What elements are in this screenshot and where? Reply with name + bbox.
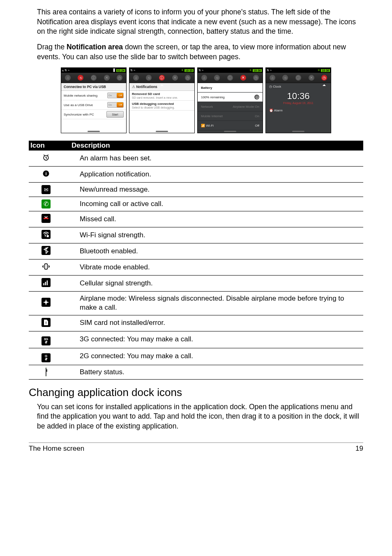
desc-msg: New/unread message.	[63, 183, 363, 197]
tab-toggles-icon[interactable]: ✕	[104, 75, 110, 81]
airplane-icon: ✈	[181, 69, 184, 72]
date-text: Friday, August 19, 2011	[266, 102, 331, 104]
sub-usb-debug: Select to disable USB debugging.	[132, 106, 192, 109]
row-battery: Battery	[198, 83, 263, 93]
alarm-row[interactable]: ⏰ Alarm	[266, 107, 331, 114]
clock-text: 10:36	[321, 69, 330, 72]
tab-music-icon[interactable]: ♫	[201, 75, 207, 81]
table-row: !SIM card not installed/error.	[29, 315, 363, 331]
label-mobile-sharing: Mobile network sharing	[64, 94, 97, 97]
3g-icon: 3G⇵	[42, 336, 51, 345]
drag-handle[interactable]	[88, 131, 100, 132]
clock-header: ◷ Clock	[266, 83, 331, 90]
clock-text: 02:24	[116, 69, 125, 72]
table-row: Wi-Fi signal strength.	[29, 227, 363, 243]
row-sync-pc[interactable]: Synchronize with PC Start	[61, 110, 126, 119]
bluetooth-icon	[42, 246, 51, 255]
row-battery-remaining[interactable]: 100% remaining ⏻	[198, 93, 263, 102]
section-body-dock: You can set icons for installed applicat…	[29, 402, 363, 431]
table-row: 3G⇵3G connected: You may make a call.	[29, 331, 363, 348]
power-icon[interactable]: ⏻	[254, 95, 259, 100]
table-row: iApplication notification.	[29, 167, 363, 183]
svg-rect-3	[47, 235, 49, 237]
alarm-icon	[42, 153, 51, 162]
table-row: An alarm has been set.	[29, 151, 363, 167]
toggle-usb-drive[interactable]: OnOff	[107, 102, 124, 108]
tab-usb-icon[interactable]: ⎋	[214, 75, 220, 81]
row-mobile-internet[interactable]: Mobile InternetOn	[198, 111, 263, 121]
tab-info-icon[interactable]: ⓘ	[159, 75, 165, 81]
svg-rect-8	[47, 280, 48, 285]
start-button[interactable]: Start	[106, 111, 124, 118]
table-row: G⇵2G connected: You may make a call.	[29, 348, 363, 365]
tab-usb-icon[interactable]: ⎋	[78, 75, 83, 81]
desc-2g: 2G connected: You may make a call.	[63, 348, 363, 365]
svg-rect-5	[45, 264, 48, 269]
usb-header: Connected to PC via USB	[61, 83, 126, 91]
usb-icon: ⎋	[62, 69, 64, 72]
intro-para-2: Drag the Notification area down the scre…	[29, 42, 363, 62]
tab-info-icon[interactable]: ⓘ	[227, 75, 233, 81]
sub-sd-removed: SD card removed. Insert a new one.	[132, 96, 192, 99]
drag-handle[interactable]	[292, 131, 304, 132]
icon-table: An alarm has been set. iApplication noti…	[29, 151, 363, 379]
desc-cell: Cellular signal strength.	[63, 276, 363, 292]
tab-clock-icon[interactable]: ◷	[253, 75, 259, 81]
desc-3g: 3G connected: You may make a call.	[63, 331, 363, 348]
toggle-mobile-sharing[interactable]: OnOff	[107, 93, 124, 98]
airplane-icon: ✈	[249, 69, 252, 72]
page-footer: The Home screen 19	[29, 442, 363, 453]
footer-right: 19	[355, 445, 363, 453]
cellular-icon	[42, 278, 51, 287]
table-row: Airplane mode: Wireless signals disconne…	[29, 292, 363, 315]
row-network[interactable]: NetworkAirplane Mode On	[198, 102, 263, 111]
intro-p2-a: Drag the	[37, 43, 67, 51]
clock-text: 10:35	[184, 69, 194, 72]
svg-rect-6	[43, 283, 44, 285]
row-wifi[interactable]: 📶 Wi-FiOff	[198, 121, 263, 130]
row-mobile-sharing[interactable]: Mobile network sharing OnOff	[61, 91, 126, 100]
battery-icon	[46, 368, 46, 376]
tab-music-icon[interactable]: ♫	[133, 75, 139, 81]
row-usb-drive[interactable]: Use as a USB Drive OnOff	[61, 100, 126, 110]
tab-clock-icon[interactable]: ◷	[117, 75, 122, 81]
table-row: Battery status.	[29, 365, 363, 379]
table-row: Bluetooth enabled.	[29, 243, 363, 259]
table-row: ✉New/unread message.	[29, 183, 363, 197]
tab-clock-icon[interactable]: ◷	[321, 75, 327, 81]
svg-text:!: !	[45, 321, 46, 325]
tab-music-icon[interactable]: ♫	[270, 75, 275, 81]
head-icon: Icon	[29, 141, 63, 150]
tab-info-icon[interactable]: ⓘ	[295, 75, 301, 81]
tab-usb-icon[interactable]: ⎋	[146, 75, 152, 81]
tab-toggles-icon[interactable]: ✕	[240, 75, 246, 81]
section-title-dock: Changing application dock icons	[29, 386, 363, 399]
tab-clock-icon[interactable]: ◷	[185, 75, 191, 81]
tab-info-icon[interactable]: ⓘ	[91, 75, 97, 81]
sim-error-icon: !	[42, 318, 51, 327]
table-row: Missed call.	[29, 211, 363, 227]
drag-handle[interactable]	[156, 131, 168, 132]
desc-sim: SIM card not installed/error.	[63, 315, 363, 331]
table-row: Cellular signal strength.	[29, 276, 363, 292]
footer-left: The Home screen	[29, 445, 84, 453]
wifi-lock-icon	[42, 230, 51, 239]
vibrate-icon	[42, 262, 51, 271]
row-sd-removed[interactable]: Removed SD card SD card removed. Insert …	[129, 91, 194, 101]
desc-missed: Missed call.	[63, 211, 363, 227]
drag-handle[interactable]	[224, 131, 236, 132]
svg-text:i: i	[45, 171, 46, 176]
row-usb-debug[interactable]: USB debugging connected Select to disabl…	[129, 101, 194, 111]
message-icon: ✉	[42, 185, 51, 194]
2g-icon: G⇵	[42, 353, 51, 362]
tab-toggles-icon[interactable]: ✕	[309, 75, 314, 81]
svg-point-4	[45, 235, 46, 236]
label-batt-remaining: 100% remaining	[201, 95, 225, 99]
screenshots-row: ⎋⇅⌁ ▋02:24 ♫ ⎋ ⓘ ✕ ◷ Connected to PC via…	[29, 67, 363, 133]
tab-usb-icon[interactable]: ⎋	[282, 75, 288, 81]
desc-alarm: An alarm has been set.	[63, 151, 363, 167]
tab-toggles-icon[interactable]: ✕	[172, 75, 178, 81]
tab-music-icon[interactable]: ♫	[65, 75, 71, 81]
desc-batt: Battery status.	[63, 365, 363, 379]
missed-call-icon	[42, 214, 51, 223]
